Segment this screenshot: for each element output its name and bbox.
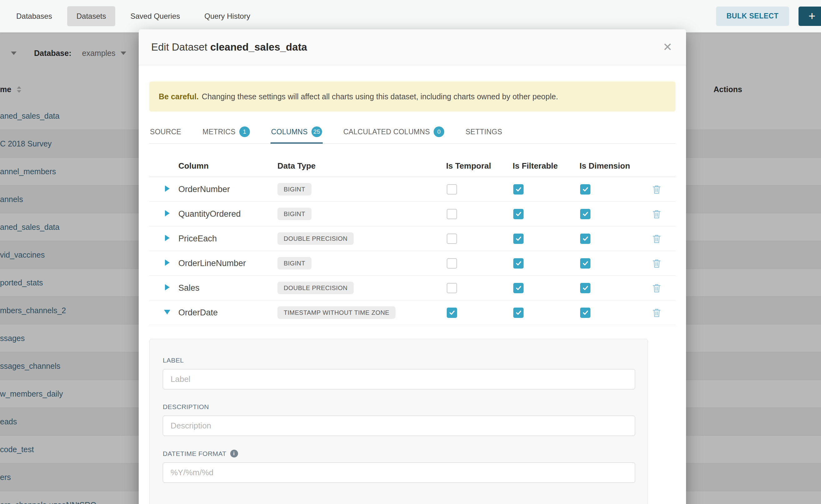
nav-actions: BULK SELECT +	[716, 7, 821, 26]
column-name: OrderDate	[178, 308, 218, 317]
collapse-caret-icon[interactable]	[164, 310, 170, 314]
tab-columns[interactable]: COLUMNS25	[270, 124, 323, 143]
datetime-format-field: DATETIME FORMAT i	[163, 450, 648, 483]
tab-label: COLUMNS	[271, 128, 308, 136]
columns-table: Column Data Type Is Temporal Is Filterab…	[149, 155, 675, 325]
nav-tabs: DatabasesDatasetsSaved QueriesQuery Hist…	[7, 6, 265, 26]
is-temporal-checkbox[interactable]	[447, 184, 457, 195]
expand-caret-icon[interactable]	[165, 284, 170, 290]
column-row: OrderNumberBIGINT	[149, 177, 675, 202]
tab-calculated-columns[interactable]: CALCULATED COLUMNS0	[343, 124, 445, 143]
modal-tabs: SOURCEMETRICS1COLUMNS25CALCULATED COLUMN…	[149, 120, 675, 144]
is-temporal-checkbox[interactable]	[447, 209, 457, 219]
is-temporal-checkbox[interactable]	[447, 258, 457, 269]
column-row: PriceEachDOUBLE PRECISION	[149, 226, 675, 251]
tab-settings[interactable]: SETTINGS	[465, 124, 503, 143]
is-temporal-checkbox[interactable]	[447, 308, 457, 318]
datetime-format-field-label: DATETIME FORMAT i	[163, 450, 648, 457]
modal-header: Edit Dataset cleaned_sales_data ✕	[139, 29, 686, 65]
delete-column-icon[interactable]	[652, 234, 675, 244]
warning-banner-text: Changing these settings will affect all …	[202, 92, 558, 101]
columns-table-header: Column Data Type Is Temporal Is Filterab…	[149, 155, 675, 177]
is-dimension-checkbox[interactable]	[580, 258, 591, 269]
is-filterable-checkbox[interactable]	[513, 234, 524, 244]
modal-title: Edit Dataset cleaned_sales_data	[151, 41, 307, 53]
datetime-format-input[interactable]	[163, 462, 635, 483]
columns-table-rows: OrderNumberBIGINTQuantityOrderedBIGINTPr…	[149, 177, 675, 325]
modal-body: Be careful. Changing these settings will…	[139, 82, 686, 504]
data-type-pill: BIGINT	[277, 183, 311, 195]
column-row: OrderDateTIMESTAMP WITHOUT TIME ZONE	[149, 300, 675, 325]
label-field: LABEL	[163, 357, 648, 389]
description-input[interactable]	[163, 416, 635, 436]
tab-count-badge: 1	[239, 126, 250, 137]
column-name: OrderLineNumber	[178, 259, 246, 268]
is-dimension-checkbox[interactable]	[580, 184, 591, 195]
tab-count-badge: 25	[311, 126, 322, 137]
data-type-pill: DOUBLE PRECISION	[277, 232, 353, 245]
close-icon[interactable]: ✕	[663, 42, 672, 53]
header-is-dimension: Is Dimension	[580, 161, 652, 171]
is-filterable-checkbox[interactable]	[513, 184, 524, 195]
data-type-pill: TIMESTAMP WITHOUT TIME ZONE	[277, 306, 395, 319]
tab-count-badge: 0	[434, 126, 444, 137]
tab-label: SETTINGS	[466, 128, 502, 136]
modal-title-dataset-name: cleaned_sales_data	[210, 41, 307, 53]
data-type-pill: BIGINT	[277, 208, 311, 220]
tab-metrics[interactable]: METRICS1	[202, 124, 250, 143]
expand-caret-icon[interactable]	[165, 185, 170, 192]
is-dimension-checkbox[interactable]	[580, 308, 591, 318]
is-temporal-checkbox[interactable]	[447, 283, 457, 293]
is-temporal-checkbox[interactable]	[447, 234, 457, 244]
header-data-type: Data Type	[277, 161, 446, 171]
nav-item-databases[interactable]: Databases	[7, 6, 62, 26]
column-row: OrderLineNumberBIGINT	[149, 251, 675, 276]
modal-title-prefix: Edit Dataset	[151, 41, 207, 53]
is-filterable-checkbox[interactable]	[513, 209, 524, 219]
warning-banner: Be careful. Changing these settings will…	[149, 82, 675, 111]
warning-banner-bold: Be careful.	[159, 92, 199, 101]
nav-item-saved-queries[interactable]: Saved Queries	[121, 6, 189, 26]
info-icon[interactable]: i	[230, 450, 238, 457]
column-name: Sales	[178, 283, 200, 293]
is-dimension-checkbox[interactable]	[580, 209, 591, 219]
is-filterable-checkbox[interactable]	[513, 283, 524, 293]
delete-column-icon[interactable]	[652, 283, 675, 293]
description-field-label: DESCRIPTION	[163, 403, 648, 411]
tab-label: CALCULATED COLUMNS	[343, 128, 430, 136]
expand-caret-icon[interactable]	[165, 210, 170, 216]
is-filterable-checkbox[interactable]	[513, 308, 524, 318]
plus-icon: +	[809, 9, 815, 23]
delete-column-icon[interactable]	[652, 258, 675, 269]
bulk-select-button[interactable]: BULK SELECT	[716, 7, 789, 26]
is-dimension-checkbox[interactable]	[580, 234, 591, 244]
delete-column-icon[interactable]	[652, 184, 675, 195]
column-name: PriceEach	[178, 234, 217, 243]
delete-column-icon[interactable]	[652, 308, 675, 318]
label-input[interactable]	[163, 369, 635, 389]
is-dimension-checkbox[interactable]	[580, 283, 591, 293]
data-type-pill: DOUBLE PRECISION	[277, 282, 353, 294]
column-row: SalesDOUBLE PRECISION	[149, 276, 675, 300]
expand-caret-icon[interactable]	[165, 259, 170, 266]
header-is-temporal: Is Temporal	[446, 161, 513, 171]
header-is-filterable: Is Filterable	[513, 161, 580, 171]
data-type-pill: BIGINT	[277, 257, 311, 269]
edit-dataset-modal: Edit Dataset cleaned_sales_data ✕ Be car…	[139, 29, 686, 504]
column-detail-panel: LABEL DESCRIPTION DATETIME FORMAT i	[149, 339, 648, 504]
tab-label: METRICS	[202, 128, 235, 136]
column-name: OrderNumber	[178, 185, 230, 194]
add-dataset-button[interactable]: +	[799, 7, 821, 26]
column-name: QuantityOrdered	[178, 209, 241, 219]
top-nav: DatabasesDatasetsSaved QueriesQuery Hist…	[0, 0, 821, 32]
is-filterable-checkbox[interactable]	[513, 258, 524, 269]
delete-column-icon[interactable]	[652, 209, 675, 219]
tab-source[interactable]: SOURCE	[149, 124, 182, 143]
column-row: QuantityOrderedBIGINT	[149, 202, 675, 226]
nav-item-datasets[interactable]: Datasets	[67, 6, 116, 26]
expand-caret-icon[interactable]	[165, 235, 170, 241]
description-field: DESCRIPTION	[163, 403, 648, 436]
label-field-label: LABEL	[163, 357, 648, 364]
header-column: Column	[178, 161, 277, 171]
nav-item-query-history[interactable]: Query History	[195, 6, 260, 26]
